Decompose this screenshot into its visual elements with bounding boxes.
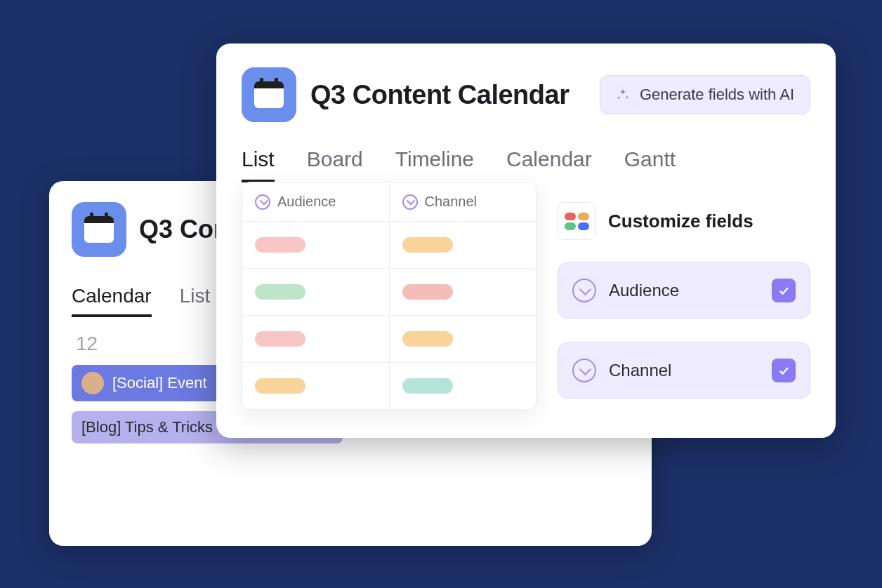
tag-pill xyxy=(255,284,305,300)
tab-list[interactable]: List xyxy=(180,285,211,317)
sparkle-icon xyxy=(616,88,630,102)
table-cell xyxy=(242,316,390,362)
custom-fields-icon xyxy=(558,202,595,240)
checkbox-checked-icon[interactable] xyxy=(772,279,796,302)
tag-pill xyxy=(255,378,305,394)
column-header-channel[interactable]: Channel xyxy=(390,182,537,221)
front-header: Q3 Content Calendar Generate fields with… xyxy=(242,67,810,122)
table-cell xyxy=(242,269,390,315)
tag-pill xyxy=(255,331,305,347)
calendar-icon xyxy=(84,216,114,243)
table-cell xyxy=(242,363,390,409)
tag-pill xyxy=(402,284,453,300)
field-toggle-channel[interactable]: Channel xyxy=(558,342,810,399)
table-row[interactable] xyxy=(242,222,536,269)
dropdown-icon xyxy=(572,359,596,382)
table-row[interactable] xyxy=(242,363,536,409)
front-body: Audience Channel xyxy=(242,182,810,422)
tag-pill xyxy=(255,237,305,253)
event-label: [Blog] Tips & Tricks xyxy=(81,418,213,436)
tab-list[interactable]: List xyxy=(242,147,275,182)
page-title: Q3 Content Calendar xyxy=(310,80,569,110)
checkbox-checked-icon[interactable] xyxy=(772,359,796,382)
dropdown-icon xyxy=(572,279,596,302)
table-cell xyxy=(242,222,390,268)
tag-pill xyxy=(402,331,453,347)
table-header-row: Audience Channel xyxy=(242,182,536,222)
column-label: Channel xyxy=(425,194,478,210)
column-label: Audience xyxy=(277,194,336,210)
field-label: Audience xyxy=(609,281,679,300)
tab-gantt[interactable]: Gantt xyxy=(624,147,676,182)
table-cell xyxy=(390,316,537,362)
calendar-app-icon xyxy=(242,67,296,122)
tab-board[interactable]: Board xyxy=(307,147,363,182)
table-cell xyxy=(390,222,537,268)
table-row[interactable] xyxy=(242,269,536,316)
dropdown-icon xyxy=(402,194,418,210)
list-front-card: Q3 Content Calendar Generate fields with… xyxy=(216,44,836,438)
calendar-app-icon xyxy=(72,202,126,257)
generate-ai-fields-button[interactable]: Generate fields with AI xyxy=(600,75,810,114)
ai-button-label: Generate fields with AI xyxy=(640,86,794,104)
field-label: Channel xyxy=(609,361,671,380)
customize-fields-header: Customize fields xyxy=(558,202,810,240)
column-header-audience[interactable]: Audience xyxy=(242,182,390,221)
table-cell xyxy=(390,269,537,315)
dropdown-icon xyxy=(255,194,270,210)
avatar xyxy=(81,372,104,394)
customize-fields-title: Customize fields xyxy=(608,211,753,232)
table-row[interactable] xyxy=(242,316,536,363)
table-cell xyxy=(390,363,537,409)
tag-pill xyxy=(402,378,453,394)
tab-timeline[interactable]: Timeline xyxy=(395,147,474,182)
event-label: [Social] Event xyxy=(112,374,207,392)
customize-fields-panel: Customize fields Audience Channel xyxy=(558,182,810,422)
calendar-icon xyxy=(254,81,284,108)
tab-calendar[interactable]: Calendar xyxy=(72,285,152,317)
tag-pill xyxy=(402,237,453,253)
tab-calendar[interactable]: Calendar xyxy=(506,147,592,182)
field-toggle-audience[interactable]: Audience xyxy=(558,262,810,319)
front-view-tabs: List Board Timeline Calendar Gantt xyxy=(242,147,810,182)
list-table: Audience Channel xyxy=(242,182,537,410)
